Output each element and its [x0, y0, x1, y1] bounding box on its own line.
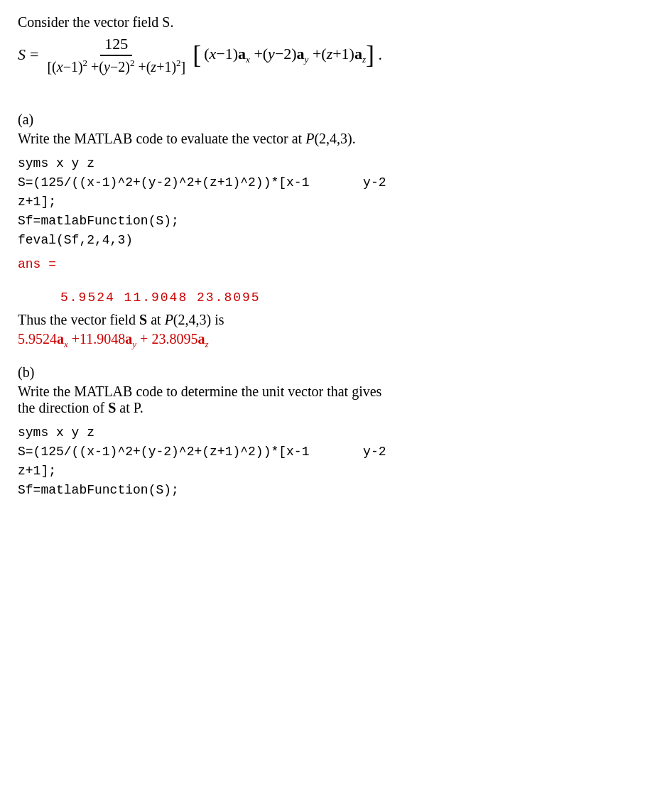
- result-text: Thus the vector field S at P(2,4,3) is: [18, 312, 654, 328]
- formula-vector-expr: (x−1)ax +(y−2)ay +(z+1)az: [204, 45, 366, 65]
- formula-equals: =: [30, 45, 38, 64]
- formula-fraction: 125 [(x−1)2 +(y−2)2 +(z+1)2]: [43, 35, 190, 75]
- formula-denominator: [(x−1)2 +(y−2)2 +(z+1)2]: [43, 56, 190, 75]
- section-a-label: (a): [18, 112, 654, 128]
- ans-values: 5.9524 11.9048 23.8095: [60, 290, 654, 305]
- formula-numerator: 125: [100, 35, 132, 56]
- formula-line: S = 125 [(x−1)2 +(y−2)2 +(z+1)2] [ (x−1)…: [18, 35, 654, 75]
- code-block-b: syms x y z S=(125/((x-1)^2+(y-2)^2+(z+1)…: [18, 423, 654, 500]
- formula-left-bracket: [: [193, 45, 201, 65]
- formula-lhs: S: [18, 45, 26, 64]
- formula-dot: .: [374, 45, 382, 64]
- section-a-description: Write the MATLAB code to evaluate the ve…: [18, 131, 654, 147]
- code-block-a: syms x y z S=(125/((x-1)^2+(y-2)^2+(z+1)…: [18, 154, 654, 250]
- section-b-description: Write the MATLAB code to determine the u…: [18, 384, 654, 416]
- result-formula: 5.9524ax +11.9048ay + 23.8095az: [18, 331, 654, 350]
- ans-label: ans =: [18, 257, 654, 271]
- section-b-label: (b): [18, 364, 654, 381]
- intro-text: Consider the vector field S.: [18, 14, 654, 31]
- formula-right-bracket: ]: [366, 45, 374, 65]
